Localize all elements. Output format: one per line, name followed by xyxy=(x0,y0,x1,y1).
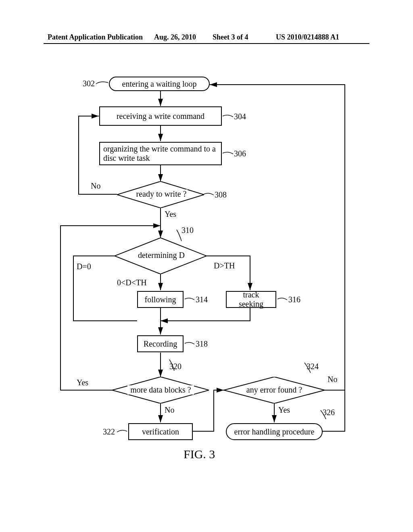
node-322-label: verification xyxy=(142,427,179,436)
ref-324: 324 xyxy=(307,362,319,371)
node-326-label: error handling procedure xyxy=(234,427,315,436)
ref-310: 310 xyxy=(181,226,194,235)
node-306-process: organizing the write command to a disc w… xyxy=(99,142,222,165)
ref-308: 308 xyxy=(215,190,227,200)
node-324-label: any error found ? xyxy=(244,385,305,395)
node-316-label: track seeking xyxy=(230,290,272,309)
edge-310-high: D>TH xyxy=(214,261,235,270)
edge-320-no: No xyxy=(165,405,174,415)
node-304-label: receiving a write command xyxy=(117,112,204,121)
node-304-process: receiving a write command xyxy=(99,106,222,126)
ref-326: 326 xyxy=(323,408,335,417)
ref-302: 302 xyxy=(83,79,95,88)
node-306-label: organizing the write command to a disc w… xyxy=(103,144,218,163)
edge-308-yes: Yes xyxy=(165,210,176,219)
node-316-process: track seeking xyxy=(226,291,276,308)
edge-324-no: No xyxy=(327,375,337,384)
node-302-terminator: entering a waiting loop xyxy=(109,77,210,91)
node-318-label: Recording xyxy=(144,339,177,349)
node-326-terminator: error handling procedure xyxy=(226,423,323,440)
node-314-label: following xyxy=(145,295,176,304)
edge-324-yes: Yes xyxy=(278,405,290,415)
ref-306: 306 xyxy=(234,149,246,158)
edge-308-no: No xyxy=(91,181,100,191)
ref-314: 314 xyxy=(196,295,208,304)
ref-322: 322 xyxy=(103,427,115,436)
node-322-process: verification xyxy=(128,423,193,440)
ref-320: 320 xyxy=(169,362,181,371)
ref-318: 318 xyxy=(196,339,208,349)
node-308-label: ready to write ? xyxy=(135,189,188,199)
edge-310-mid: 0<D<TH xyxy=(117,278,147,287)
figure-caption: FIG. 3 xyxy=(184,447,215,461)
node-314-process: following xyxy=(137,291,184,308)
edge-320-yes: Yes xyxy=(77,378,88,387)
node-302-label: entering a waiting loop xyxy=(122,79,197,89)
ref-316: 316 xyxy=(288,295,300,304)
node-310-label: determining D xyxy=(133,251,190,260)
edge-310-d0: D=0 xyxy=(77,262,91,271)
node-320-label: more data blocks ? xyxy=(127,385,194,395)
ref-304: 304 xyxy=(234,112,246,121)
node-318-process: Recording xyxy=(137,335,184,352)
